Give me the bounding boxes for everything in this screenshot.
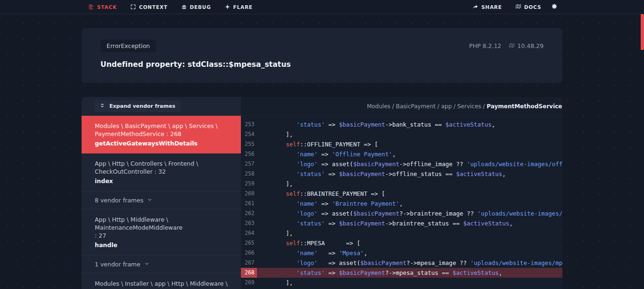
frame-path: : 27 <box>95 232 228 240</box>
frames-header: Expand vendor frames <box>82 97 241 116</box>
error-card-header: ErrorException PHP 8.2.12 10.48.29 <box>100 40 544 52</box>
frame-path: App \ Http \ Controllers \ Frontend \ Ch… <box>95 160 228 176</box>
code-line: 265 self::MPESA => [ <box>241 238 562 248</box>
frame-path: PaymentMethodService : 268 <box>95 130 228 138</box>
line-number: 254 <box>241 129 257 139</box>
nav-actions: SHAREDOCS <box>466 0 562 14</box>
stack-frame-active[interactable]: Modules \ BasicPayment \ app \ Services … <box>82 116 241 153</box>
nav-action-docs[interactable]: DOCS <box>509 0 548 14</box>
line-number: 263 <box>241 218 257 228</box>
line-number: 259 <box>241 179 257 189</box>
line-number: 261 <box>241 199 257 209</box>
page-scrollbar-thumb[interactable] <box>641 14 644 50</box>
laravel-icon <box>509 43 515 49</box>
code-line: 266 'name' => 'Mpesa', <box>241 248 562 258</box>
line-number: 269 <box>241 278 257 288</box>
code-line: 256 'name' => 'Offline Payment', <box>241 149 562 159</box>
chevron-down-icon <box>147 197 153 203</box>
stack-frames-sidebar: Expand vendor frames Modules \ BasicPaym… <box>82 97 241 289</box>
code-text: ], <box>257 228 562 238</box>
code-text: 'name' => 'Braintree Payment', <box>257 199 562 209</box>
stack-trace-panel: Expand vendor frames Modules \ BasicPaym… <box>82 97 562 289</box>
line-number: 265 <box>241 238 257 248</box>
exception-class-badge: ErrorException <box>100 40 156 52</box>
version-info: PHP 8.2.12 10.48.29 <box>469 42 544 49</box>
error-message: Undefined property: stdClass::$mpesa_sta… <box>100 60 544 69</box>
code-text: 'logo' => asset($basicPayment->offline_i… <box>257 159 562 169</box>
expand-vendor-frames-button[interactable]: Expand vendor frames <box>95 100 181 112</box>
settings-button[interactable] <box>548 0 562 14</box>
code-line: 264 ], <box>241 228 562 238</box>
frame-path: App \ Http \ Middleware \ MaintenanceMod… <box>95 216 228 232</box>
code-text: 'logo' => asset($basicPayment?->braintre… <box>257 209 562 218</box>
line-number: 255 <box>241 139 257 149</box>
expand-collapse-icon <box>100 103 106 109</box>
context-icon <box>130 4 136 10</box>
code-line: 267 'logo' => asset($basicPayment?->mpes… <box>241 258 562 268</box>
line-number: 258 <box>241 169 257 179</box>
gear-icon <box>552 3 559 10</box>
code-text: self::MPESA => [ <box>257 238 562 248</box>
error-summary-card: ErrorException PHP 8.2.12 10.48.29 Undef… <box>82 28 562 83</box>
php-version: PHP 8.2.12 <box>469 42 501 49</box>
line-number: 262 <box>241 209 257 218</box>
code-text: 'status' => $basicPayment->offline_statu… <box>257 169 562 179</box>
code-text: self::OFFLINE_PAYMENT => [ <box>257 139 562 149</box>
vendor-frames-toggle[interactable]: 8 vendor frames <box>82 192 241 209</box>
stack-icon <box>88 4 94 10</box>
vendor-frames-toggle[interactable]: 1 vendor frame <box>82 256 241 273</box>
code-line: 262 'logo' => asset($basicPayment?->brai… <box>241 209 562 218</box>
stack-frame[interactable]: App \ Http \ Middleware \ MaintenanceMod… <box>82 209 241 256</box>
stack-frame[interactable]: App \ Http \ Controllers \ Frontend \ Ch… <box>82 153 241 192</box>
nav-tabs: STACKCONTEXTDEBUGFLARE <box>82 0 259 14</box>
code-text: 'status' => $basicPayment?->mpesa_status… <box>257 268 562 278</box>
code-line-highlighted: 268 'status' => $basicPayment?->mpesa_st… <box>241 268 562 278</box>
nav-tab-stack[interactable]: STACK <box>82 0 124 14</box>
line-number: 266 <box>241 248 257 258</box>
code-text: ], <box>257 278 562 288</box>
code-file-path: Modules / BasicPayment / app / Services … <box>241 97 562 116</box>
laravel-icon <box>515 4 521 10</box>
frame-path: Modules \ Installer \ app \ Http \ Middl… <box>95 280 228 288</box>
code-text: self::BRAINTREE_PAYMENT => [ <box>257 189 562 199</box>
main-container: ErrorException PHP 8.2.12 10.48.29 Undef… <box>82 28 562 289</box>
share-icon <box>472 4 479 10</box>
navbar-inner: STACKCONTEXTDEBUGFLARE SHAREDOCS <box>82 0 562 14</box>
code-line: 254 ], <box>241 129 562 139</box>
nav-tab-debug[interactable]: DEBUG <box>174 0 218 14</box>
flare-icon <box>224 4 231 10</box>
code-line: 263 'status' => $basicPayment->braintree… <box>241 218 562 228</box>
line-number: 264 <box>241 228 257 238</box>
line-number: 253 <box>241 120 257 129</box>
code-text: 'logo' => asset($basicPayment?->mpesa_im… <box>257 258 562 268</box>
code-text: ], <box>257 129 562 139</box>
code-text: 'status' => $basicPayment->braintree_sta… <box>257 218 562 228</box>
code-line: 257 'logo' => asset($basicPayment->offli… <box>241 159 562 169</box>
code-text: 'status' => $basicPayment->bank_status =… <box>257 120 562 129</box>
code-text: 'name' => 'Mpesa', <box>257 248 562 258</box>
file-name: PaymentMethodService <box>487 103 562 110</box>
chevron-down-icon <box>144 261 150 267</box>
line-number: 256 <box>241 149 257 159</box>
frame-method: index <box>95 177 228 185</box>
line-number: 267 <box>241 258 257 268</box>
code-line: 261 'name' => 'Braintree Payment', <box>241 199 562 209</box>
line-number: 257 <box>241 159 257 169</box>
line-number: 268 <box>241 268 257 278</box>
code-line: 269 ], <box>241 278 562 288</box>
stack-frame[interactable]: Modules \ Installer \ app \ Http \ Middl… <box>82 273 241 289</box>
debug-icon <box>181 4 187 10</box>
code-line: 255 self::OFFLINE_PAYMENT => [ <box>241 139 562 149</box>
top-navbar: STACKCONTEXTDEBUGFLARE SHAREDOCS <box>0 0 644 14</box>
code-viewer: Modules / BasicPayment / app / Services … <box>241 97 562 289</box>
nav-tab-flare[interactable]: FLARE <box>218 0 259 14</box>
frames-list: Modules \ BasicPayment \ app \ Services … <box>82 116 241 289</box>
code-body: 253 'status' => $basicPayment->bank_stat… <box>241 116 562 289</box>
laravel-version: 10.48.29 <box>509 42 544 49</box>
nav-action-share[interactable]: SHARE <box>466 0 509 14</box>
code-text: ], <box>257 179 562 189</box>
frame-method: getActiveGatewaysWithDetails <box>95 139 228 148</box>
nav-tab-context[interactable]: CONTEXT <box>124 0 174 14</box>
code-line: 258 'status' => $basicPayment->offline_s… <box>241 169 562 179</box>
line-number: 260 <box>241 189 257 199</box>
